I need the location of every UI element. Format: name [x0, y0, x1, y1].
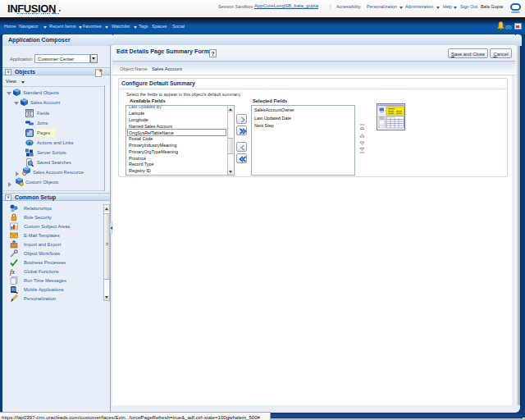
svg-text:fx: fx	[10, 267, 15, 276]
svg-text:31: 31	[27, 112, 32, 116]
